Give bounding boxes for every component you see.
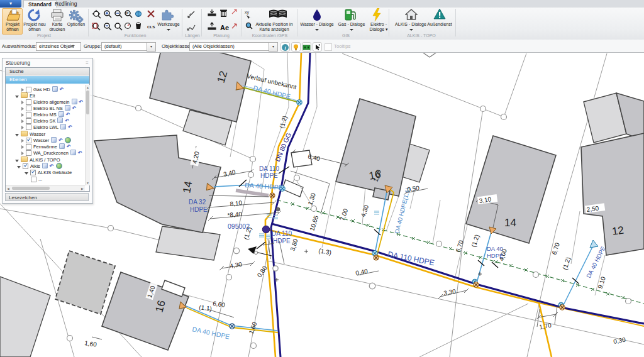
svg-text:DA 40: DA 40 xyxy=(487,245,503,252)
svg-text:0,30: 0,30 xyxy=(613,336,626,345)
svg-text:16: 16 xyxy=(368,168,382,182)
svg-text:(1.2): (1.2) xyxy=(470,234,480,248)
svg-text:0,40: 0,40 xyxy=(355,268,369,277)
svg-text:HDPE: HDPE xyxy=(487,252,503,259)
svg-text:*8,40: *8,40 xyxy=(227,211,243,219)
svg-text:CLS: CLS xyxy=(147,25,155,29)
svg-text:3,30: 3,30 xyxy=(443,288,457,297)
svg-text:P: P xyxy=(126,11,129,15)
svg-text:Ae: Ae xyxy=(220,24,229,31)
svg-text:3,40: 3,40 xyxy=(223,168,236,178)
svg-text:(1.1): (1.1) xyxy=(199,304,213,312)
svg-text:DN 80 GG: DN 80 GG xyxy=(274,131,292,163)
svg-text:10,65: 10,65 xyxy=(308,214,319,232)
svg-text:6,70: 6,70 xyxy=(454,239,465,253)
svg-text:DA 110: DA 110 xyxy=(259,165,279,172)
svg-text:9,10: 9,10 xyxy=(596,275,607,289)
svg-text:4,30: 4,30 xyxy=(229,261,243,270)
svg-text:(1.2): (1.2) xyxy=(278,115,288,129)
svg-text:3,80: 3,80 xyxy=(289,238,299,251)
svg-text:14: 14 xyxy=(504,217,516,229)
svg-text:HDPE: HDPE xyxy=(260,172,278,179)
svg-text:DA 110: DA 110 xyxy=(272,230,292,237)
svg-text:1,60: 1,60 xyxy=(248,321,258,334)
svg-text:12: 12 xyxy=(611,224,625,238)
svg-text:DA 40 HDPE: DA 40 HDPE xyxy=(245,181,283,191)
svg-text:(1.2): (1.2) xyxy=(561,256,572,271)
svg-text:DA 32: DA 32 xyxy=(189,199,206,206)
svg-text:6,60: 6,60 xyxy=(213,300,226,309)
svg-text:1,60: 1,60 xyxy=(84,339,97,348)
svg-text:0,80: 0,80 xyxy=(256,265,269,279)
svg-text:0,50: 0,50 xyxy=(407,184,420,193)
svg-text:4,30: 4,30 xyxy=(359,204,370,217)
svg-text:HDPE: HDPE xyxy=(190,206,208,213)
svg-text:8,10: 8,10 xyxy=(230,199,243,207)
svg-text:DA 40 HDPE: DA 40 HDPE xyxy=(192,325,231,340)
svg-text:6,70: 6,70 xyxy=(550,241,561,255)
svg-text:(1.3): (1.3) xyxy=(318,247,332,256)
svg-text:7,00: 7,00 xyxy=(338,207,349,221)
svg-text:1,70: 1,70 xyxy=(538,322,552,331)
svg-text:1,30: 1,30 xyxy=(306,192,317,206)
svg-text:HDPE: HDPE xyxy=(273,238,291,244)
svg-text:xy: xy xyxy=(245,10,250,15)
svg-text:DA 110 HDPE: DA 110 HDPE xyxy=(387,250,435,267)
svg-text:14: 14 xyxy=(180,180,194,194)
